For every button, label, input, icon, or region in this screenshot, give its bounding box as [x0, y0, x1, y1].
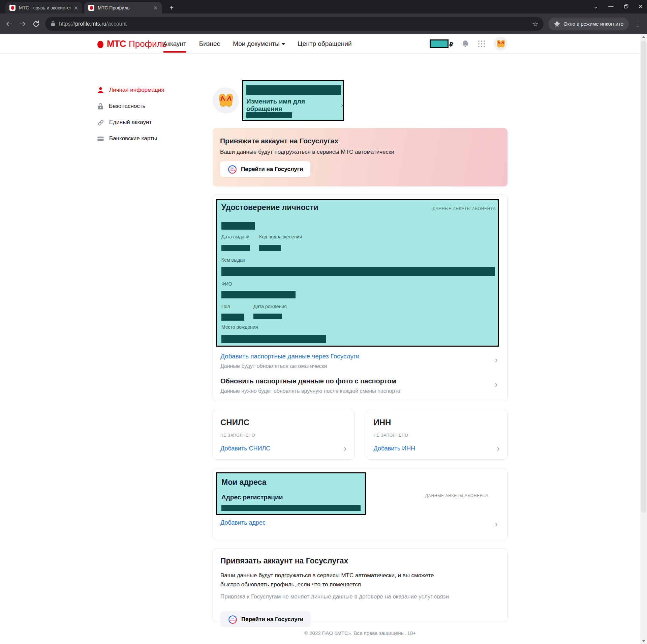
identity-card-title: Удостоверение личности	[221, 203, 318, 212]
bank-card-icon	[97, 135, 104, 142]
profile-summary: Изменить имя для обращения ›	[213, 80, 507, 121]
forward-icon[interactable]	[18, 20, 27, 28]
nav-account[interactable]: Аккаунт	[163, 34, 186, 53]
window-minimize-button[interactable]: —	[608, 3, 614, 9]
profile-data-badge: ДАННЫЕ АНКЕТЫ АБОНЕНТА	[433, 206, 496, 211]
inn-title: ИНН	[374, 418, 500, 427]
snils-title: СНИЛС	[220, 418, 347, 427]
redacted-birth-date	[253, 314, 282, 319]
address-redaction-overlay: Мои адреса Адрес регистрации	[216, 472, 366, 515]
link-icon	[97, 119, 104, 126]
mts-favicon	[9, 5, 16, 11]
new-tab-button[interactable]: +	[167, 3, 176, 12]
nav-business[interactable]: Бизнес	[199, 34, 220, 53]
main-content: Изменить имя для обращения › Привяжите а…	[213, 80, 507, 636]
field-label: ФИО	[221, 281, 232, 287]
tab-strip: МТС - связь и экосистема цифр ✕ МТС Проф…	[0, 0, 647, 13]
url-bar[interactable]: https://profile.mts.ru/account ☆	[45, 17, 544, 31]
browser-tab-2-active[interactable]: МТС Профиль ✕	[84, 2, 162, 13]
browser-chrome: МТС - связь и экосистема цифр ✕ МТС Проф…	[0, 0, 647, 34]
brand-product: Профиль	[129, 39, 166, 49]
redacted-phone-bar	[246, 112, 292, 118]
sidebar-item-single-account[interactable]: Единый аккаунт	[97, 114, 185, 130]
notifications-bell-icon[interactable]	[461, 39, 469, 48]
scroll-up-arrow[interactable]	[640, 34, 647, 40]
tab-close-icon[interactable]: ✕	[153, 5, 158, 10]
sidebar-item-bank-cards[interactable]: Банковские карты	[97, 130, 185, 147]
tab-close-icon[interactable]: ✕	[74, 5, 78, 10]
mts-logo[interactable]: МТС Профиль	[97, 39, 166, 49]
chevron-right-icon: ›	[495, 355, 498, 364]
redacted-full-name	[221, 291, 296, 298]
update-passport-by-photo-row[interactable]: Обновить паспортные данные по фото с пас…	[220, 377, 498, 394]
redacted-issue-date	[221, 245, 250, 251]
currency-symbol: ₽	[449, 41, 453, 48]
add-snils-link[interactable]: Добавить СНИЛС ›	[220, 444, 347, 453]
banner-subtitle: Ваши данные будут подгружаться в сервисы…	[220, 149, 500, 155]
add-address-link[interactable]: Добавить адрес ›	[220, 517, 498, 528]
flipflops-avatar-icon	[218, 92, 234, 109]
person-icon	[97, 87, 104, 94]
scrollbar-thumb[interactable]	[641, 41, 646, 513]
sidebar: Личная информация Безопасность Единый ак…	[97, 82, 185, 147]
bookmark-star-icon[interactable]: ☆	[532, 20, 538, 28]
field-label: Пол	[221, 304, 230, 309]
link-gosuslugi-card: Привязать аккаунт на Госуслугах Ваши дан…	[213, 549, 507, 622]
redacted-passport-number	[221, 222, 255, 230]
nav-documents[interactable]: Мои документы	[233, 34, 285, 53]
tab-title: МТС Профиль	[98, 5, 150, 10]
gosuslugi-logo-icon	[228, 615, 237, 624]
profile-data-badge: ДАННЫЕ АНКЕТЫ АБОНЕНТА	[425, 493, 488, 498]
sidebar-item-personal-info[interactable]: Личная информация	[97, 82, 185, 98]
browser-toolbar: https://profile.mts.ru/account ☆ Окно в …	[0, 13, 647, 34]
nav-support-center[interactable]: Центр обращений	[298, 34, 352, 53]
site-header: МТС Профиль Аккаунт Бизнес Мои документы…	[0, 34, 647, 54]
apps-grid-icon[interactable]	[477, 40, 486, 48]
profile-avatar[interactable]	[213, 87, 239, 114]
field-label: Дата выдачи	[221, 234, 249, 239]
inn-card: ИНН НЕ ЗАПОЛНЕНО Добавить ИНН ›	[366, 410, 508, 460]
link-card-body: Ваши данные будут подгружаться в сервисы…	[220, 571, 443, 589]
addresses-title: Мои адреса	[221, 478, 267, 487]
user-avatar[interactable]	[494, 37, 507, 51]
add-inn-link[interactable]: Добавить ИНН ›	[374, 444, 500, 453]
browser-tab-1[interactable]: МТС - связь и экосистема цифр ✕	[5, 2, 82, 13]
redacted-birth-place	[221, 335, 326, 343]
reload-icon[interactable]	[32, 20, 40, 28]
incognito-label: Окно в режиме инкогнито	[563, 21, 623, 27]
sidebar-item-security[interactable]: Безопасность	[97, 98, 185, 114]
back-icon[interactable]	[5, 20, 13, 28]
incognito-icon	[554, 21, 560, 27]
snils-card: СНИЛС НЕ ЗАПОЛНЕНО Добавить СНИЛС ›	[213, 410, 355, 460]
balance-widget[interactable]: ₽	[430, 39, 453, 48]
window-close-button[interactable]: ✕	[639, 3, 643, 10]
add-passport-via-gosuslugi-row[interactable]: Добавить паспортные данные через Госуслу…	[220, 353, 498, 369]
scroll-down-arrow[interactable]	[640, 638, 647, 644]
tab-search-icon[interactable]: ⌄	[593, 3, 598, 10]
redacted-issued-by	[221, 267, 495, 276]
field-label: Дата рождения	[253, 304, 287, 309]
redacted-gender	[221, 314, 244, 321]
browser-menu-icon[interactable]: ⋮	[634, 20, 642, 28]
chevron-right-icon: ›	[495, 380, 498, 389]
go-to-gosuslugi-button[interactable]: Перейти на Госуслуги	[220, 161, 310, 177]
change-name-link[interactable]: Изменить имя для обращения ›	[246, 98, 343, 113]
chevron-right-icon: ›	[495, 520, 498, 528]
chevron-right-icon: ›	[344, 444, 347, 453]
flipflops-avatar-icon	[496, 39, 505, 49]
snils-status: НЕ ЗАПОЛНЕНО	[220, 433, 347, 438]
url-text: https://profile.mts.ru/account	[59, 21, 127, 27]
page-scrollbar[interactable]	[640, 34, 647, 644]
name-redaction-overlay: Изменить имя для обращения ›	[242, 80, 344, 121]
chevron-down-icon	[282, 43, 285, 45]
go-to-gosuslugi-button[interactable]: Перейти на Госуслуги	[220, 611, 311, 627]
identity-card: Удостоверение личности ДАННЫЕ АНКЕТЫ АБО…	[213, 195, 507, 401]
link-card-title: Привязать аккаунт на Госуслугах	[220, 556, 500, 565]
window-restore-button[interactable]	[624, 4, 628, 9]
gosuslugi-logo-icon	[227, 165, 237, 174]
mts-egg-icon	[97, 40, 104, 49]
redacted-address-bar	[221, 505, 361, 511]
lock-icon	[97, 103, 104, 110]
gosuslugi-banner: Привяжите аккаунт на Госуслугах Ваши дан…	[213, 128, 507, 186]
redacted-division-code	[259, 245, 281, 251]
